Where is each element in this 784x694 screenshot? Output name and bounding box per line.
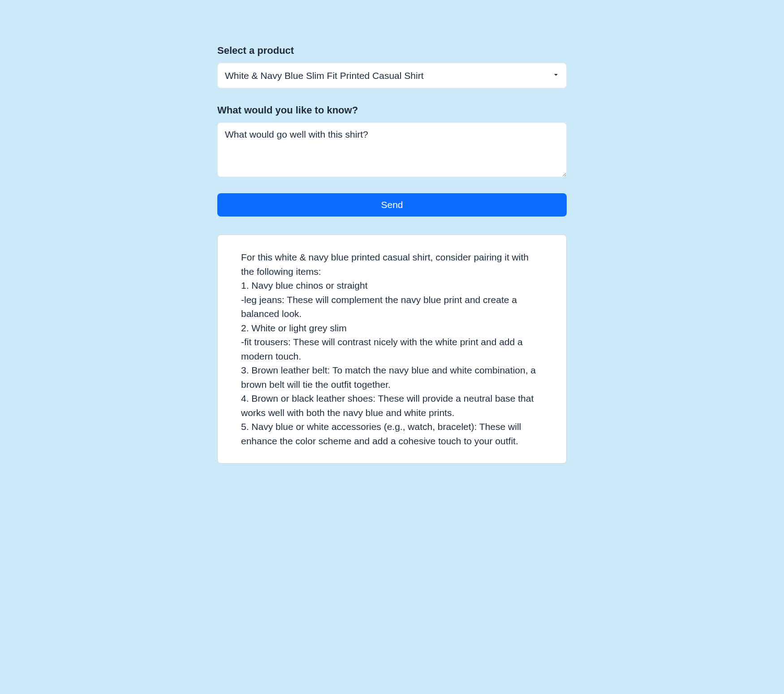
question-input[interactable]	[217, 122, 567, 177]
product-select-label: Select a product	[217, 45, 567, 56]
response-card: For this white & navy blue printed casua…	[217, 234, 567, 464]
main-container: Select a product White & Navy Blue Slim …	[213, 45, 571, 464]
send-button[interactable]: Send	[217, 193, 567, 217]
product-select[interactable]: White & Navy Blue Slim Fit Printed Casua…	[217, 63, 567, 88]
response-text: For this white & navy blue printed casua…	[241, 250, 543, 448]
product-select-wrapper: White & Navy Blue Slim Fit Printed Casua…	[217, 63, 567, 88]
question-input-label: What would you like to know?	[217, 104, 567, 116]
